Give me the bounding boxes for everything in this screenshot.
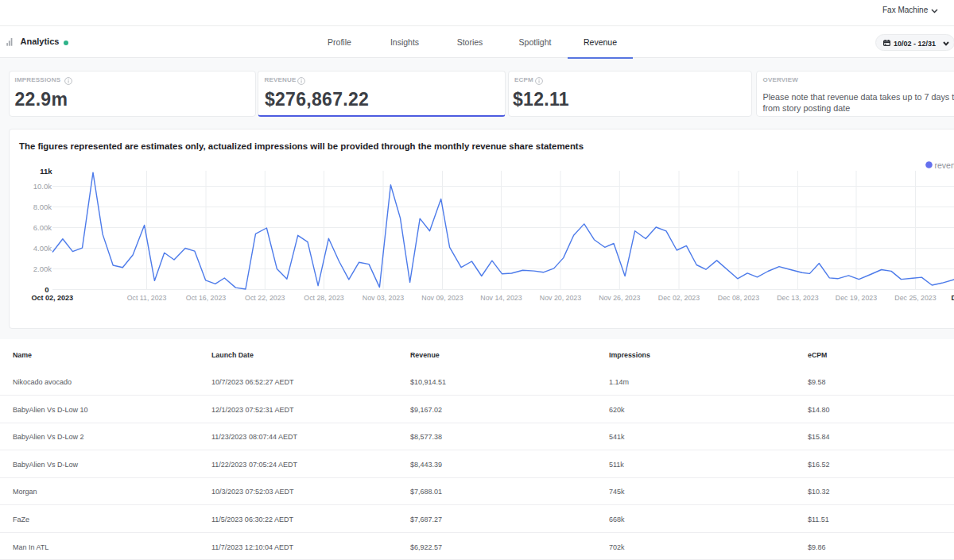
svg-text:Dec 31, 2023: Dec 31, 2023 <box>952 294 954 302</box>
svg-text:0: 0 <box>45 285 48 294</box>
svg-text:Oct 11, 2023: Oct 11, 2023 <box>127 294 167 302</box>
svg-text:Dec 19, 2023: Dec 19, 2023 <box>836 294 877 302</box>
svg-text:Dec 25, 2023: Dec 25, 2023 <box>894 294 936 302</box>
svg-text:Nov 20, 2023: Nov 20, 2023 <box>540 294 581 302</box>
svg-text:8.00k: 8.00k <box>33 203 52 211</box>
svg-text:Oct 16, 2023: Oct 16, 2023 <box>186 294 226 302</box>
svg-text:Oct 28, 2023: Oct 28, 2023 <box>304 294 343 302</box>
svg-text:Nov 09, 2023: Nov 09, 2023 <box>421 294 463 302</box>
svg-text:4.00k: 4.00k <box>33 244 52 253</box>
svg-text:2.00k: 2.00k <box>33 265 52 273</box>
svg-text:6.00k: 6.00k <box>33 223 52 232</box>
svg-text:Nov 14, 2023: Nov 14, 2023 <box>480 294 522 302</box>
svg-text:10.0k: 10.0k <box>33 182 52 191</box>
svg-text:Dec 13, 2023: Dec 13, 2023 <box>777 294 818 302</box>
svg-text:Dec 08, 2023: Dec 08, 2023 <box>718 294 759 302</box>
svg-text:11k: 11k <box>40 167 52 176</box>
svg-text:Nov 03, 2023: Nov 03, 2023 <box>363 294 404 302</box>
svg-text:Oct 02, 2023: Oct 02, 2023 <box>31 294 73 302</box>
svg-text:Dec 02, 2023: Dec 02, 2023 <box>658 294 700 302</box>
svg-text:Oct 22, 2023: Oct 22, 2023 <box>245 294 285 302</box>
svg-text:Nov 26, 2023: Nov 26, 2023 <box>599 294 640 302</box>
